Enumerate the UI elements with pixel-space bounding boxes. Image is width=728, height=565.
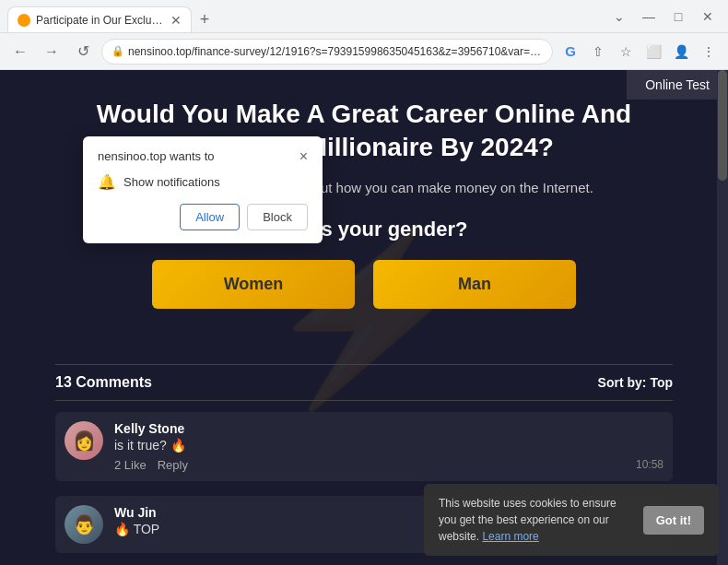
- tab-area: Participate in Our Exclusive Onli... ✕ +: [7, 0, 606, 32]
- active-tab[interactable]: Participate in Our Exclusive Onli... ✕: [7, 6, 192, 32]
- notif-label: Show notifications: [123, 175, 220, 189]
- comment-text: is it true? 🔥: [114, 438, 663, 453]
- sort-label: Sort by:: [598, 375, 647, 390]
- allow-button[interactable]: Allow: [180, 204, 240, 230]
- close-button[interactable]: ✕: [695, 4, 721, 29]
- like-button[interactable]: 2 Like: [114, 458, 147, 472]
- minimize-button[interactable]: —: [636, 4, 662, 29]
- avatar: 👨: [65, 505, 103, 544]
- google-icon[interactable]: G: [558, 40, 582, 64]
- title-bar-controls: ⌄ — □ ✕: [606, 4, 721, 29]
- reply-button[interactable]: Reply: [158, 458, 188, 472]
- avatar: 👩: [65, 421, 103, 460]
- got-it-button[interactable]: Got it!: [643, 506, 704, 535]
- comments-count: 13 Comments: [55, 374, 152, 391]
- tab-title: Participate in Our Exclusive Onli...: [36, 14, 165, 27]
- address-bar: ← → ↺ 🔒 nensinoo.top/finance-survey/12/1…: [0, 33, 728, 70]
- share-icon[interactable]: ⇧: [586, 40, 610, 64]
- notif-close-button[interactable]: ×: [299, 149, 308, 164]
- title-bar: Participate in Our Exclusive Onli... ✕ +…: [0, 0, 728, 33]
- bell-icon: 🔔: [98, 173, 116, 191]
- browser-frame: Participate in Our Exclusive Onli... ✕ +…: [0, 0, 728, 565]
- tab-close-icon[interactable]: ✕: [170, 13, 182, 28]
- cookie-banner: This website uses cookies to ensure you …: [424, 484, 719, 556]
- new-tab-button[interactable]: +: [192, 6, 217, 32]
- bookmark-icon[interactable]: ☆: [614, 40, 638, 64]
- sort-value: Top: [650, 375, 673, 390]
- cookie-text: This website uses cookies to ensure you …: [439, 495, 632, 545]
- page-content: ⚡ Online Test Would You Make A Great Car…: [0, 70, 728, 565]
- comment-item: 👩 Kelly Stone is it true? 🔥 2 Like Reply…: [55, 412, 673, 481]
- comment-actions: 2 Like Reply 10:58: [114, 458, 663, 472]
- lock-icon: 🔒: [112, 45, 124, 57]
- tab-favicon: [18, 14, 30, 27]
- comments-header: 13 Comments Sort by: Top: [55, 364, 673, 401]
- notif-title: nensinoo.top wants to: [98, 149, 214, 163]
- refresh-button[interactable]: ↺: [70, 39, 96, 65]
- notif-row: 🔔 Show notifications: [98, 173, 308, 191]
- back-button[interactable]: ←: [7, 39, 33, 65]
- comment-name: Kelly Stone: [114, 421, 663, 436]
- learn-more-link[interactable]: Learn more: [482, 530, 538, 543]
- extensions-icon[interactable]: ⬜: [641, 40, 665, 64]
- url-text: nensinoo.top/finance-survey/12/1916?s=79…: [128, 45, 543, 58]
- menu-icon[interactable]: ⋮: [697, 40, 721, 64]
- maximize-button[interactable]: □: [665, 4, 691, 29]
- collapse-button[interactable]: ⌄: [606, 4, 632, 29]
- comment-body: Kelly Stone is it true? 🔥 2 Like Reply 1…: [114, 421, 663, 472]
- url-bar[interactable]: 🔒 nensinoo.top/finance-survey/12/1916?s=…: [101, 39, 553, 65]
- comment-time: 10:58: [636, 458, 663, 471]
- women-button[interactable]: Women: [152, 260, 355, 309]
- gender-buttons: Women Man: [55, 260, 673, 309]
- sort-by: Sort by: Top: [598, 375, 673, 390]
- notif-buttons: Allow Block: [98, 204, 308, 230]
- toolbar-icons: G ⇧ ☆ ⬜ 👤 ⋮: [558, 40, 721, 64]
- notification-popup: nensinoo.top wants to × 🔔 Show notificat…: [83, 136, 323, 243]
- forward-button[interactable]: →: [39, 39, 65, 65]
- man-button[interactable]: Man: [373, 260, 576, 309]
- notif-header: nensinoo.top wants to ×: [98, 149, 308, 164]
- profile-icon[interactable]: 👤: [669, 40, 693, 64]
- block-button[interactable]: Block: [247, 204, 308, 230]
